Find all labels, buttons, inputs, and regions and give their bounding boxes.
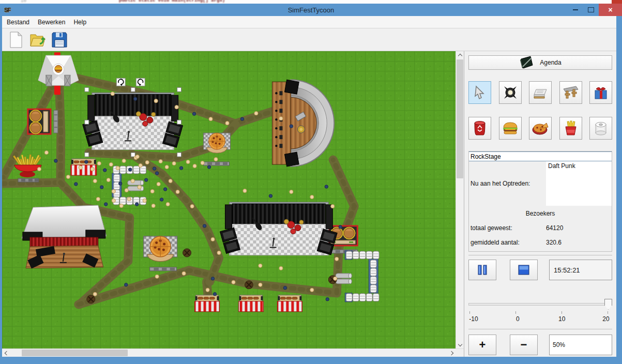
tool-row-1 <box>468 81 612 104</box>
scroll-down-button[interactable] <box>456 341 464 348</box>
time-control-group: 15:52:21 -10 0 10 20 <box>468 255 612 323</box>
total-visitors-value: 64120 <box>546 224 563 232</box>
new-file-button[interactable] <box>7 31 25 49</box>
tool-spotlight-button[interactable] <box>499 81 522 104</box>
map-object-bin[interactable] <box>183 249 191 257</box>
scroll-left-button[interactable] <box>2 349 10 357</box>
entrance-gate-icon <box>563 85 579 100</box>
stage-name-input[interactable] <box>469 151 612 161</box>
toolbar <box>2 28 616 51</box>
pause-icon <box>477 265 488 275</box>
map-object-hotdog[interactable] <box>277 295 302 312</box>
selection-handle[interactable] <box>131 153 135 157</box>
stop-icon <box>518 265 530 275</box>
chevron-left-icon <box>4 351 8 355</box>
side-panel: Agenda <box>464 51 616 357</box>
agenda-button[interactable]: Agenda <box>468 55 612 70</box>
gift-icon <box>593 85 609 100</box>
slider-track[interactable] <box>468 303 610 306</box>
tick-label: 20 <box>599 315 613 323</box>
open-file-button[interactable] <box>29 31 47 49</box>
window-title: SimFestTycoon <box>0 6 622 14</box>
selection-handle[interactable] <box>177 120 181 124</box>
tool-gift-button[interactable] <box>589 81 612 104</box>
map-object-bin[interactable] <box>245 281 253 289</box>
selection-handle[interactable] <box>177 153 181 157</box>
slider-thumb[interactable] <box>604 299 612 310</box>
zoom-level-field[interactable]: 50% <box>549 335 612 355</box>
minimize-icon <box>573 9 578 10</box>
tool-gate-button[interactable] <box>559 81 582 104</box>
agenda-label: Agenda <box>540 59 561 66</box>
close-button[interactable]: × <box>599 4 622 16</box>
visitors-header: Bezoekers <box>469 210 612 217</box>
menu-help[interactable]: Help <box>69 19 90 26</box>
map-object-hotdog[interactable] <box>238 295 263 312</box>
tool-select-button[interactable] <box>468 81 491 104</box>
fries-icon <box>564 120 578 136</box>
stop-button[interactable] <box>510 260 538 280</box>
tick-label: 0 <box>510 315 525 323</box>
close-icon: × <box>608 6 612 14</box>
ide-line-number: 10 <box>21 0 26 4</box>
selection-handle[interactable] <box>177 87 181 92</box>
slider-ticks <box>469 311 608 314</box>
festival-map-canvas[interactable] <box>2 51 456 350</box>
map-horizontal-scrollbar[interactable] <box>2 348 464 357</box>
map-object-pizza[interactable] <box>204 133 231 153</box>
map-object-stage[interactable] <box>220 202 338 255</box>
rotate-handle[interactable] <box>136 78 145 86</box>
pause-button[interactable] <box>468 260 496 280</box>
ide-close-button-sliver <box>612 0 622 4</box>
zoom-control-group: + − 50% <box>468 329 612 355</box>
pizza-icon <box>532 121 549 135</box>
save-file-icon <box>52 32 67 48</box>
map-area <box>2 51 464 357</box>
average-visitors-label: gemiddeld aantal: <box>469 239 546 246</box>
map-object-bench[interactable] <box>204 162 230 165</box>
chevron-up-icon <box>458 53 462 57</box>
now-performing-value: Daft Punk <box>546 161 612 206</box>
tool-row-2 <box>468 117 612 140</box>
spotlight-icon <box>503 85 518 100</box>
rotate-handle[interactable] <box>116 78 125 86</box>
menu-bewerken[interactable]: Bewerken <box>34 19 69 26</box>
stage-info-group: Nu aan het Optreden: Daft Punk Bezoekers… <box>468 151 612 252</box>
tool-burger-button[interactable] <box>499 117 522 140</box>
tool-trash-button[interactable] <box>468 117 491 140</box>
selection-handle[interactable] <box>85 87 89 92</box>
ide-code-text: public static void main(String[] args) <box>119 0 225 3</box>
zoom-in-button[interactable]: + <box>468 335 496 355</box>
map-object-bin[interactable] <box>87 295 95 304</box>
open-file-icon <box>29 32 46 48</box>
scroll-right-button[interactable] <box>448 349 456 357</box>
toilet-roll-icon <box>594 120 608 136</box>
menu-bestand[interactable]: Bestand <box>2 19 34 26</box>
tool-pizza-button[interactable] <box>529 117 552 140</box>
tool-toilet-button[interactable] <box>589 117 612 140</box>
stage-platform-icon <box>532 85 549 100</box>
tool-stage-button[interactable] <box>529 81 552 104</box>
zoom-out-button[interactable]: − <box>510 335 538 355</box>
new-file-icon <box>9 32 23 48</box>
scroll-up-button[interactable] <box>456 51 464 59</box>
maximize-button[interactable] <box>583 4 599 16</box>
minimize-button[interactable] <box>568 4 583 16</box>
maximize-icon <box>588 7 594 12</box>
map-vertical-scrollbar[interactable] <box>456 51 464 348</box>
selection-handle[interactable] <box>131 87 135 92</box>
trash-bin-icon <box>473 120 487 136</box>
map-object-bench[interactable] <box>150 267 177 271</box>
window-border-bottom <box>0 357 622 364</box>
titlebar: SF SimFestTycoon × <box>0 4 622 16</box>
tool-fries-button[interactable] <box>559 117 582 140</box>
horizontal-scroll-thumb[interactable] <box>22 350 128 356</box>
save-file-button[interactable] <box>51 31 68 49</box>
map-object-pizza[interactable] <box>144 236 177 262</box>
app-window: 10 public static void main(String[] args… <box>0 0 622 364</box>
map-object-redstage[interactable] <box>22 205 107 269</box>
selection-handle[interactable] <box>85 120 89 124</box>
vertical-scroll-thumb[interactable] <box>457 59 463 178</box>
selection-handle[interactable] <box>85 153 89 157</box>
map-object-hotdog[interactable] <box>195 295 220 312</box>
